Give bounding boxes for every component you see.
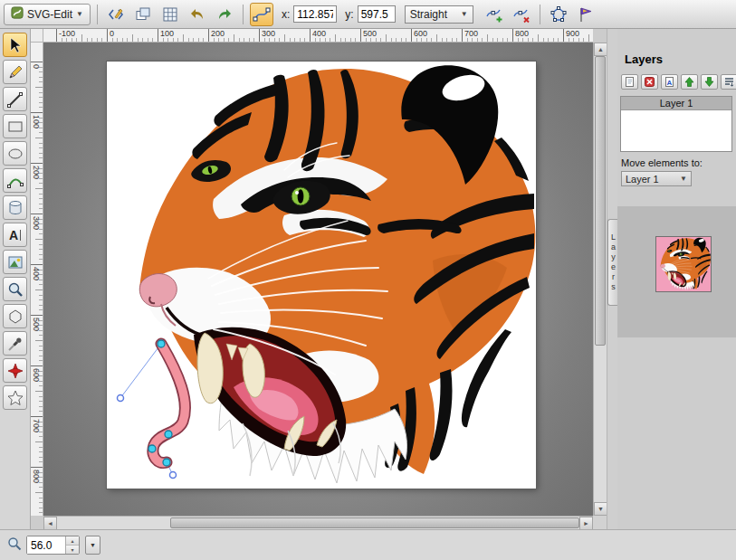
merge-layer-button[interactable] <box>721 74 736 90</box>
zoom-spin-down[interactable]: ▾ <box>66 545 79 554</box>
ruler-tick-label: 200 <box>208 29 225 43</box>
scroll-down-button[interactable]: ▼ <box>594 502 607 516</box>
horizontal-scrollbar[interactable]: ◄ ► <box>43 516 593 529</box>
zoom-spin-up[interactable]: ▴ <box>66 536 79 545</box>
x-input[interactable] <box>293 5 337 23</box>
vertical-scrollbar[interactable]: ▲ ▼ <box>593 43 607 516</box>
toolbar-separator <box>243 5 244 24</box>
ruler-tick-label: 400 <box>310 29 326 43</box>
chevron-down-icon: ▼ <box>680 175 687 183</box>
add-node-button[interactable] <box>483 3 506 26</box>
segment-type-select[interactable]: Straight ▼ <box>405 5 473 24</box>
layer-row[interactable]: Layer 1 <box>621 97 731 110</box>
svg-edit-logo-icon <box>11 6 24 22</box>
vertical-ruler: 0 100 200 300 400 500 600 700 800 <box>31 43 43 516</box>
path-node[interactable] <box>165 431 172 438</box>
move-elements-label: Move elements to: <box>621 157 703 168</box>
ruler-tick-label: 200 <box>31 163 43 179</box>
canvas[interactable] <box>107 62 536 489</box>
horizontal-ruler: -100 0 100 200 300 400 500 600 700 800 9… <box>43 29 593 43</box>
tool-text[interactable]: A <box>3 223 27 247</box>
ruler-tick-label: 100 <box>31 112 43 128</box>
tiger-artwork[interactable] <box>139 65 535 483</box>
tool-star[interactable] <box>3 385 27 410</box>
tool-line[interactable] <box>3 87 27 111</box>
scroll-right-button[interactable]: ► <box>579 517 593 530</box>
control-handle[interactable] <box>118 395 124 402</box>
x-coordinate-label: x: <box>282 8 290 21</box>
move-layer-down-button[interactable] <box>701 74 718 90</box>
toolbar-separator <box>540 5 540 24</box>
ruler-corner <box>31 29 43 43</box>
tool-image[interactable] <box>3 250 27 274</box>
tool-ellipse[interactable] <box>3 141 27 166</box>
scroll-up-button[interactable]: ▲ <box>594 43 607 56</box>
duplicate-button[interactable] <box>131 3 155 26</box>
layer-list: Layer 1 <box>620 96 732 152</box>
ruler-tick-label: 700 <box>462 29 478 43</box>
drawing-thumbnail[interactable] <box>655 236 712 292</box>
ruler-tick-label: 0 <box>31 62 43 69</box>
zoom-input[interactable] <box>27 536 65 554</box>
svg-text:A: A <box>667 79 673 87</box>
redo-button[interactable] <box>213 3 236 26</box>
main-menu-button[interactable]: SVG-Edit ▼ <box>4 4 91 25</box>
reorient-path-button[interactable] <box>574 3 597 26</box>
segment-type-value: Straight <box>410 8 447 21</box>
layer-buttons-row: A <box>621 74 736 90</box>
ruler-tick-label: 700 <box>31 416 43 432</box>
tool-rectangle[interactable] <box>3 114 27 138</box>
y-coordinate-label: y: <box>345 8 353 21</box>
edit-source-button[interactable] <box>104 3 128 26</box>
undo-button[interactable] <box>186 3 209 26</box>
tool-eyedropper[interactable] <box>3 331 27 356</box>
tool-pencil[interactable] <box>3 60 27 84</box>
control-handle[interactable] <box>170 472 177 479</box>
tool-shape-library[interactable] <box>3 195 27 220</box>
bottom-bar: ▴ ▾ ▼ <box>0 529 736 560</box>
scrollbar-corner <box>593 516 607 529</box>
zoom-spinner: ▴ ▾ <box>65 536 79 554</box>
tool-zoom[interactable] <box>3 277 27 301</box>
zoom-control: ▴ ▾ <box>26 536 80 555</box>
ruler-tick-label: 300 <box>31 214 43 230</box>
y-input[interactable] <box>358 5 396 23</box>
delete-node-button[interactable] <box>510 3 533 26</box>
horizontal-scroll-thumb[interactable] <box>170 517 579 528</box>
path-node[interactable] <box>148 445 156 452</box>
rename-layer-button[interactable]: A <box>661 74 678 90</box>
left-toolbar: A <box>0 29 31 529</box>
svg-edit-app: SVG-Edit ▼ x: y: Straight ▼ A <box>0 0 736 560</box>
ruler-tick-label: 600 <box>411 29 427 43</box>
tool-path[interactable] <box>3 168 27 193</box>
path-node[interactable] <box>163 459 170 466</box>
layers-sidebar: Layers A Layer 1 Move elements to: Layer… <box>617 29 736 529</box>
node-editor-button[interactable] <box>250 3 273 26</box>
workarea[interactable] <box>43 43 593 516</box>
move-layer-up-button[interactable] <box>681 74 698 90</box>
tool-diamond-shape[interactable] <box>3 358 27 383</box>
layers-strip: Layers <box>607 29 617 529</box>
tool-select[interactable] <box>3 33 27 57</box>
ruler-tick-label: 300 <box>259 29 275 43</box>
preview-panel <box>617 206 736 337</box>
delete-layer-button[interactable] <box>641 74 658 90</box>
chevron-down-icon: ▼ <box>461 10 468 18</box>
view-grid-button[interactable] <box>158 3 182 26</box>
ruler-tick-label: 900 <box>563 29 579 43</box>
zoom-preset-dropdown[interactable]: ▼ <box>85 536 100 555</box>
ruler-tick-label: 100 <box>158 29 174 43</box>
scroll-left-button[interactable]: ◄ <box>43 517 57 530</box>
move-to-layer-value: Layer 1 <box>626 174 659 185</box>
ruler-tick-label: 500 <box>360 29 377 43</box>
edit-path-overlay[interactable] <box>118 340 186 479</box>
path-node[interactable] <box>158 340 165 347</box>
vertical-scroll-thumb[interactable] <box>595 56 606 346</box>
tool-polygon[interactable] <box>3 304 27 328</box>
new-layer-button[interactable] <box>621 74 638 90</box>
move-to-layer-select[interactable]: Layer 1 ▼ <box>621 171 692 186</box>
ruler-mid-ticks <box>35 62 43 516</box>
ruler-tick-label: 0 <box>107 29 114 43</box>
open-path-button[interactable] <box>547 3 570 26</box>
ruler-tick-label: 400 <box>31 264 43 280</box>
